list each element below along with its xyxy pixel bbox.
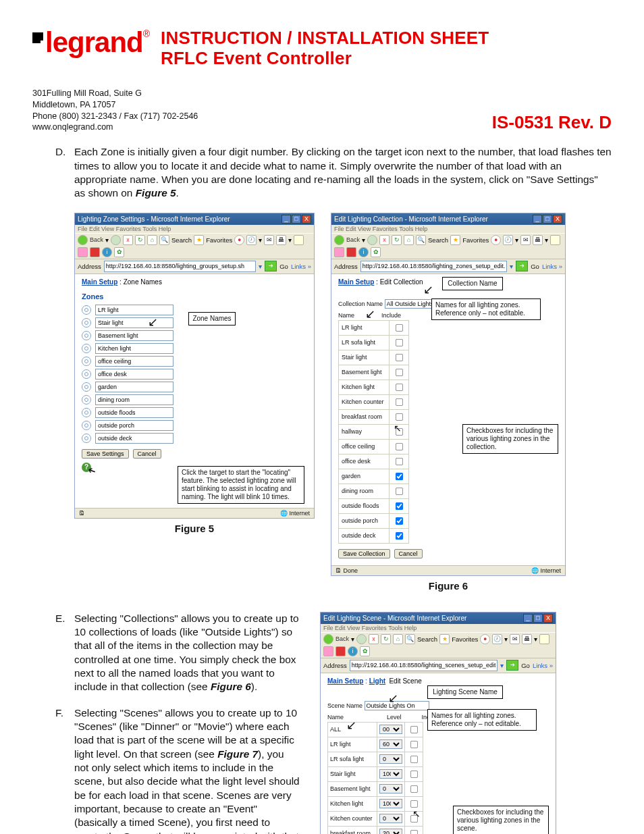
refresh-icon[interactable]: ↻ bbox=[392, 235, 402, 245]
mail-icon[interactable]: ✉ bbox=[264, 235, 274, 245]
zone-name-input[interactable] bbox=[95, 369, 173, 380]
stop-icon[interactable]: x bbox=[123, 235, 133, 245]
include-checkbox[interactable] bbox=[396, 532, 403, 540]
search-icon[interactable]: 🔍 bbox=[405, 634, 415, 644]
links-label[interactable]: Links » bbox=[542, 263, 562, 270]
target-icon[interactable] bbox=[82, 331, 91, 340]
misc-icon[interactable]: ✿ bbox=[114, 247, 124, 257]
zone-name-input[interactable] bbox=[95, 356, 173, 367]
mail-icon[interactable]: ✉ bbox=[510, 634, 520, 644]
mail-icon[interactable]: ✉ bbox=[520, 235, 531, 245]
links-label[interactable]: Links » bbox=[533, 662, 553, 669]
breadcrumb-main[interactable]: Main Setup bbox=[338, 278, 374, 286]
forward-icon[interactable] bbox=[367, 235, 377, 245]
include-checkbox[interactable] bbox=[410, 815, 418, 823]
zone-name-input[interactable] bbox=[95, 343, 173, 354]
discuss-icon[interactable] bbox=[78, 247, 88, 257]
zone-name-input[interactable] bbox=[95, 305, 173, 315]
zone-name-input[interactable] bbox=[95, 394, 173, 405]
target-icon[interactable] bbox=[82, 305, 91, 315]
include-checkbox[interactable] bbox=[396, 517, 403, 525]
info-icon[interactable]: i bbox=[102, 247, 112, 257]
include-checkbox[interactable] bbox=[396, 324, 403, 332]
level-select[interactable]: 0 bbox=[379, 784, 402, 793]
help-icon[interactable]: ? bbox=[82, 463, 91, 472]
messenger-icon[interactable] bbox=[336, 646, 346, 656]
go-button[interactable]: ➔ bbox=[265, 261, 277, 271]
go-button[interactable]: ➔ bbox=[506, 660, 518, 671]
zone-name-input[interactable] bbox=[95, 382, 173, 392]
misc-icon[interactable]: ✿ bbox=[371, 247, 381, 257]
edit-icon[interactable] bbox=[539, 634, 549, 644]
back-icon[interactable] bbox=[78, 235, 88, 245]
include-checkbox[interactable] bbox=[410, 830, 418, 834]
include-checkbox[interactable] bbox=[410, 771, 418, 778]
include-checkbox[interactable] bbox=[396, 413, 403, 421]
include-checkbox[interactable] bbox=[410, 726, 418, 733]
include-checkbox[interactable] bbox=[396, 398, 403, 406]
home-icon[interactable]: ⌂ bbox=[393, 634, 403, 644]
save-settings-button[interactable]: Save Settings bbox=[82, 449, 129, 459]
include-checkbox[interactable] bbox=[396, 428, 403, 436]
go-button[interactable]: ➔ bbox=[516, 261, 528, 271]
edit-icon[interactable] bbox=[294, 235, 304, 245]
refresh-icon[interactable]: ↻ bbox=[135, 235, 145, 245]
level-select[interactable]: 60 bbox=[379, 739, 402, 749]
zone-name-input[interactable] bbox=[95, 433, 173, 444]
history-icon[interactable]: 🕗 bbox=[503, 235, 513, 245]
discuss-icon[interactable] bbox=[334, 247, 344, 257]
edit-icon[interactable] bbox=[550, 235, 560, 245]
target-icon[interactable] bbox=[82, 318, 91, 328]
include-checkbox[interactable] bbox=[410, 756, 418, 763]
back-icon[interactable] bbox=[323, 634, 333, 644]
favorites-icon[interactable]: ★ bbox=[439, 634, 450, 644]
stop-icon[interactable]: x bbox=[379, 235, 390, 245]
target-icon[interactable] bbox=[82, 357, 91, 366]
info-icon[interactable]: i bbox=[358, 247, 369, 257]
address-input[interactable] bbox=[360, 261, 507, 272]
favorites-icon[interactable]: ★ bbox=[450, 235, 460, 245]
favorites-icon[interactable]: ★ bbox=[194, 235, 204, 245]
breadcrumb-main[interactable]: Main Setup bbox=[82, 278, 117, 286]
zone-name-input[interactable] bbox=[95, 330, 173, 341]
cancel-button[interactable]: Cancel bbox=[133, 449, 161, 459]
forward-icon[interactable] bbox=[356, 634, 367, 644]
include-checkbox[interactable] bbox=[396, 354, 403, 361]
breadcrumb-main[interactable]: Main Setup bbox=[327, 677, 363, 685]
save-collection-button[interactable]: Save Collection bbox=[338, 549, 390, 558]
include-checkbox[interactable] bbox=[396, 473, 403, 480]
history-icon[interactable]: 🕗 bbox=[246, 235, 257, 245]
print-icon[interactable]: 🖶 bbox=[276, 235, 286, 245]
history-icon[interactable]: 🕗 bbox=[492, 634, 502, 644]
target-icon[interactable] bbox=[82, 421, 91, 430]
discuss-icon[interactable] bbox=[323, 646, 333, 656]
print-icon[interactable]: 🖶 bbox=[533, 235, 543, 245]
scene-name-input[interactable] bbox=[365, 701, 429, 710]
include-checkbox[interactable] bbox=[396, 488, 403, 495]
include-checkbox[interactable] bbox=[396, 458, 403, 465]
messenger-icon[interactable] bbox=[346, 247, 356, 257]
media-icon[interactable]: ● bbox=[234, 235, 244, 245]
include-checkbox[interactable] bbox=[396, 384, 403, 391]
target-icon[interactable] bbox=[82, 344, 91, 353]
level-select[interactable]: 0 bbox=[379, 814, 402, 823]
home-icon[interactable]: ⌂ bbox=[404, 235, 414, 245]
zone-name-input[interactable] bbox=[95, 407, 173, 418]
search-icon[interactable]: 🔍 bbox=[416, 235, 426, 245]
level-select[interactable]: 20 bbox=[379, 829, 402, 834]
target-icon[interactable] bbox=[82, 434, 91, 443]
include-checkbox[interactable] bbox=[396, 369, 403, 376]
target-icon[interactable] bbox=[82, 395, 91, 405]
refresh-icon[interactable]: ↻ bbox=[381, 634, 391, 644]
home-icon[interactable]: ⌂ bbox=[147, 235, 157, 245]
zone-name-input[interactable] bbox=[95, 317, 173, 328]
address-input[interactable] bbox=[104, 261, 256, 272]
forward-icon[interactable] bbox=[111, 235, 121, 245]
info-icon[interactable]: i bbox=[348, 646, 358, 656]
include-checkbox[interactable] bbox=[410, 741, 418, 748]
cancel-button[interactable]: Cancel bbox=[394, 549, 423, 558]
media-icon[interactable]: ● bbox=[491, 235, 501, 245]
stop-icon[interactable]: x bbox=[369, 634, 379, 644]
print-icon[interactable]: 🖶 bbox=[522, 634, 532, 644]
include-checkbox[interactable] bbox=[410, 800, 418, 808]
